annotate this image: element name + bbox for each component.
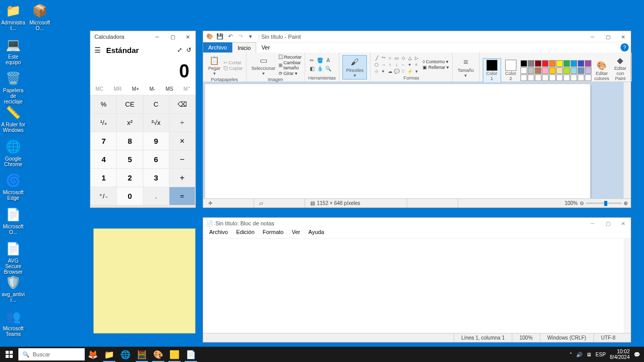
- volume-icon[interactable]: 🔊: [576, 352, 582, 357]
- calc-btn-C[interactable]: C: [143, 95, 169, 113]
- color-swatch[interactable]: [535, 67, 541, 74]
- mem-mc[interactable]: MC: [95, 86, 104, 92]
- color-swatch[interactable]: [528, 67, 534, 74]
- calc-btn-%[interactable]: %: [91, 95, 116, 113]
- menu-formato[interactable]: Formato: [260, 229, 287, 238]
- resize-button[interactable]: ⊞ Cambiar tamaño: [279, 60, 302, 70]
- calc-btn-4[interactable]: 4: [91, 150, 116, 168]
- color-swatch[interactable]: [556, 67, 563, 74]
- menu-archivo[interactable]: Archivo: [206, 229, 231, 238]
- lang-indicator[interactable]: ESP: [596, 352, 606, 357]
- pip-icon[interactable]: ⤢: [177, 46, 182, 54]
- calc-btn-=[interactable]: =: [169, 187, 195, 205]
- clock[interactable]: 10:02 8/4/2024: [610, 349, 630, 360]
- notepad-vscrollbar[interactable]: [624, 239, 631, 333]
- redo-icon[interactable]: ↷: [237, 33, 244, 40]
- crop-button[interactable]: ⿴ Recortar: [279, 55, 302, 60]
- menu-edición[interactable]: Edición: [233, 229, 258, 238]
- fill-shape-button[interactable]: ▣ Rellenar ▾: [423, 65, 449, 70]
- notepad-maximize[interactable]: ▢: [600, 218, 615, 229]
- calc-btn-2[interactable]: 2: [117, 169, 142, 187]
- color-swatch[interactable]: [542, 67, 549, 74]
- calc-btn-⁺/₋[interactable]: ⁺/₋: [91, 187, 116, 205]
- calc-btn-6[interactable]: 6: [143, 150, 169, 168]
- paint-close[interactable]: ✕: [615, 31, 631, 42]
- cut-button[interactable]: ✂ Cortar: [224, 60, 243, 65]
- mem-m-[interactable]: M-: [150, 86, 156, 92]
- edit-colors-button[interactable]: 🎨Editar colores: [592, 59, 611, 82]
- calc-btn-0[interactable]: 0: [117, 187, 142, 205]
- calc-btn-5[interactable]: 5: [117, 150, 142, 168]
- size-button[interactable]: ≡Tamaño▾: [456, 56, 476, 79]
- color-swatch[interactable]: [571, 67, 577, 74]
- sticky-taskbar-icon[interactable]: 🟨: [166, 347, 183, 362]
- copy-button[interactable]: ⿻ Copiar: [224, 66, 243, 71]
- calc-btn-9[interactable]: 9: [143, 132, 169, 150]
- desktop-icon-9[interactable]: 🛡️avg_antivir...: [1, 274, 26, 303]
- qat-dropdown-icon[interactable]: ▾: [247, 33, 254, 40]
- notepad-close[interactable]: ✕: [615, 218, 631, 229]
- paint-taskbar-icon[interactable]: 🎨: [150, 347, 166, 362]
- tab-file[interactable]: Archivo: [203, 42, 232, 53]
- color-swatch[interactable]: [549, 74, 556, 81]
- undo-icon[interactable]: ↶: [227, 33, 234, 40]
- notepad-textarea[interactable]: [203, 238, 631, 333]
- explorer-icon[interactable]: 📁: [101, 347, 117, 362]
- desktop-icon-7[interactable]: 📄Microsoft O...: [1, 206, 26, 235]
- tray-chevron-icon[interactable]: ˄: [569, 352, 572, 357]
- color-swatch[interactable]: [521, 74, 527, 81]
- calc-btn-⌫[interactable]: ⌫: [169, 95, 195, 113]
- brushes-button[interactable]: 🖌Pinceles▾: [342, 55, 367, 80]
- calc-btn-CE[interactable]: CE: [117, 95, 142, 113]
- picker-tool[interactable]: 💧: [316, 65, 324, 72]
- notifications-icon[interactable]: 💬: [634, 352, 640, 357]
- color1-button[interactable]: Color 1: [483, 58, 501, 83]
- calc-btn-1[interactable]: 1: [91, 169, 116, 187]
- desktop-icon-8[interactable]: 📄AVG Secure Browser: [1, 241, 26, 275]
- color-swatch[interactable]: [563, 74, 570, 81]
- select-button[interactable]: ▭Seleccionar▾: [250, 54, 278, 77]
- zoom-in-button[interactable]: ⊕: [624, 200, 628, 206]
- start-button[interactable]: [0, 347, 18, 362]
- color-swatch[interactable]: [549, 67, 556, 74]
- mem-m˅[interactable]: M˅: [184, 86, 190, 92]
- color-swatch[interactable]: [585, 67, 591, 74]
- desktop-icon-6[interactable]: 🌀Microsoft Edge: [1, 172, 26, 201]
- calc-close[interactable]: ✕: [180, 31, 195, 42]
- calc-minimize[interactable]: ─: [150, 31, 165, 42]
- paint-titlebar[interactable]: 🎨 💾 ↶ ↷ ▾ | Sin título - Paint ─ ▢ ✕: [203, 31, 631, 42]
- pencil-tool[interactable]: ✏: [308, 57, 315, 64]
- color-swatch[interactable]: [528, 60, 534, 67]
- calc-btn-÷[interactable]: ÷: [169, 114, 195, 132]
- desktop-icon-5[interactable]: 🌐Google Chrome: [1, 139, 26, 167]
- menu-ver[interactable]: Ver: [289, 229, 304, 238]
- network-icon[interactable]: 🖥: [586, 352, 591, 357]
- chrome-icon[interactable]: 🌐: [117, 347, 134, 362]
- paint-maximize[interactable]: ▢: [600, 31, 615, 42]
- desktop-icon-4[interactable]: 📏A Ruler for Windows: [1, 105, 26, 133]
- color-swatch[interactable]: [542, 74, 549, 81]
- calc-maximize[interactable]: ▢: [165, 31, 180, 42]
- desktop-icon-1[interactable]: 📦Microsoft O...: [28, 3, 52, 31]
- notepad-titlebar[interactable]: 📄 Sin título: Bloc de notas ─ ▢ ✕: [203, 218, 631, 229]
- desktop-icon-0[interactable]: 📁Administrat...: [1, 3, 26, 31]
- calc-btn-.[interactable]: .: [143, 187, 169, 205]
- eraser-tool[interactable]: ◧: [308, 65, 315, 72]
- color-swatch[interactable]: [578, 74, 584, 81]
- zoom-slider[interactable]: [586, 202, 622, 204]
- color-swatch[interactable]: [585, 60, 591, 67]
- zoom-tool[interactable]: 🔍: [325, 65, 332, 72]
- calc-btn-+[interactable]: +: [169, 169, 195, 187]
- shapes-gallery[interactable]: ╱〜○▭◇△▷ ⬡→↑↓←✦✧ ☆✦☁💬♡⚡▾: [374, 55, 419, 74]
- paint-minimize[interactable]: ─: [585, 31, 600, 42]
- color-swatch[interactable]: [535, 74, 541, 81]
- tab-view[interactable]: Ver: [256, 42, 275, 53]
- color-swatch[interactable]: [571, 74, 577, 81]
- calc-btn-×[interactable]: ×: [169, 132, 195, 150]
- calc-btn-¹/ₓ[interactable]: ¹/ₓ: [91, 114, 116, 132]
- color-swatch[interactable]: [535, 60, 541, 67]
- color2-button[interactable]: Color 2: [502, 59, 519, 82]
- taskbar-search[interactable]: 🔍 Buscar: [18, 348, 85, 360]
- color-swatch[interactable]: [585, 74, 591, 81]
- mem-m+[interactable]: M+: [132, 86, 139, 92]
